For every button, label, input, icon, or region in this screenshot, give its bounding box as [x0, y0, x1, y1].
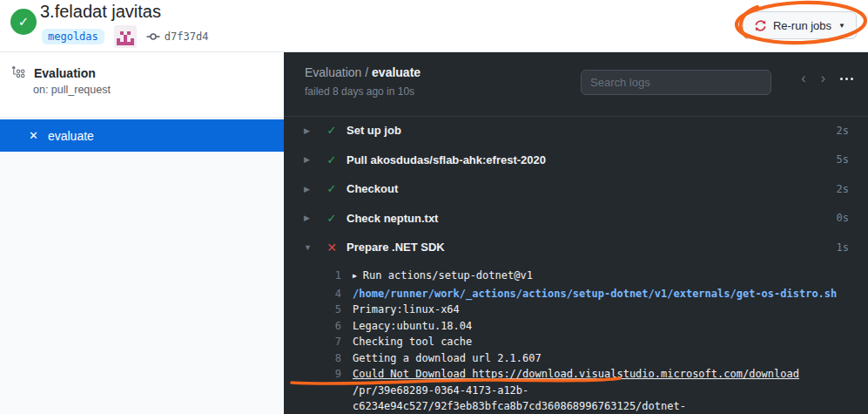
step-duration: 0s [837, 212, 849, 224]
expander-collapsed-icon[interactable]: ▶ [304, 155, 314, 164]
expander-collapsed-icon[interactable]: ▶ [304, 126, 314, 135]
workflow-name: Evaluation [34, 66, 96, 80]
breadcrumb-job: evaluate [372, 65, 421, 79]
workflow-icon [11, 65, 26, 80]
step-list: ▶ ✓ Set up job 2s ▶ ✓ Pull akosdudas/sfl… [284, 116, 868, 262]
avatar[interactable] [114, 25, 137, 48]
job-name: evaluate [48, 129, 94, 143]
kebab-menu-icon[interactable] [840, 74, 853, 84]
sync-icon [754, 19, 767, 32]
sidebar-job-evaluate[interactable]: ✕ evaluate [0, 119, 284, 152]
job-failed-x-icon: ✕ [29, 129, 38, 142]
expander-collapsed-icon[interactable]: ▶ [304, 214, 314, 222]
step-check-neptun[interactable]: ▶ ✓ Check neptun.txt 0s [284, 204, 868, 234]
x-icon: ✕ [325, 241, 339, 255]
step-duration: 5s [837, 153, 849, 166]
step-pull-image[interactable]: ▶ ✓ Pull akosdudas/sflab-ahk:efrest-2020… [284, 146, 868, 175]
step-prepare-dotnet-sdk[interactable]: ▼ ✕ Prepare .NET SDK 1s [284, 233, 868, 262]
workflow-summary: Evaluation on: pull_request [0, 52, 284, 118]
log-line: 7 Checking tool cache [284, 334, 868, 350]
git-commit-icon [146, 30, 160, 44]
log-line: 5 Primary:linux-x64 [284, 302, 868, 318]
log-output: 1 ▶Run actions/setup-dotnet@v1 4 /home/r… [284, 268, 868, 414]
chevron-right-icon[interactable]: › [821, 71, 825, 85]
jobs-sidebar: Evaluation on: pull_request ✕ evaluate [0, 52, 284, 414]
workflow-trigger: on: pull_request [33, 84, 270, 96]
check-icon: ✓ [325, 153, 339, 166]
step-duration: 2s [837, 183, 849, 195]
breadcrumb-workflow: Evaluation [305, 65, 361, 79]
log-line: 1 ▶Run actions/setup-dotnet@v1 [284, 268, 868, 286]
breadcrumb: Evaluation / evaluate [305, 65, 421, 79]
expander-expanded-icon[interactable]: ▼ [304, 243, 314, 252]
rerun-jobs-label: Re-run jobs [773, 19, 831, 32]
step-checkout[interactable]: ▶ ✓ Checkout 2s [284, 174, 868, 204]
check-icon: ✓ [325, 124, 339, 137]
run-title: 3.feladat javitas [40, 2, 161, 22]
commit-sha: d7f37d4 [165, 31, 209, 43]
branch-badge[interactable]: megoldas [42, 29, 104, 44]
log-line-link[interactable]: 4 /home/runner/work/_actions/actions/set… [284, 286, 868, 302]
run-group-expander-icon[interactable]: ▶ [353, 272, 357, 280]
run-success-icon: ✓ [10, 9, 37, 35]
rerun-jobs-button[interactable]: Re-run jobs ▼ [743, 11, 857, 39]
run-header: ✓ 3.feladat javitas megoldas d7f37d4 [0, 0, 868, 52]
log-panel-header: Evaluation / evaluate failed 8 days ago … [284, 52, 868, 117]
job-status-line: failed 8 days ago in 10s [305, 85, 414, 98]
log-line: 6 Legacy:ubuntu.18.04 [284, 318, 868, 335]
chevron-left-icon[interactable]: ‹ [801, 71, 805, 85]
check-icon: ✓ [325, 212, 339, 225]
dropdown-caret-icon: ▼ [838, 22, 845, 30]
log-line: 8 Getting a download url 2.1.607 [284, 350, 868, 367]
log-panel: Evaluation / evaluate failed 8 days ago … [284, 52, 868, 414]
step-duration: 2s [837, 125, 849, 137]
step-duration: 1s [837, 241, 849, 254]
step-setup-job[interactable]: ▶ ✓ Set up job 2s [284, 116, 868, 146]
expander-collapsed-icon[interactable]: ▶ [304, 185, 314, 193]
commit-ref[interactable]: d7f37d4 [146, 30, 209, 44]
log-line-error: 9 Could Not Download https://download.vi… [284, 366, 868, 414]
check-icon: ✓ [325, 182, 339, 195]
search-logs-input[interactable] [581, 70, 771, 95]
